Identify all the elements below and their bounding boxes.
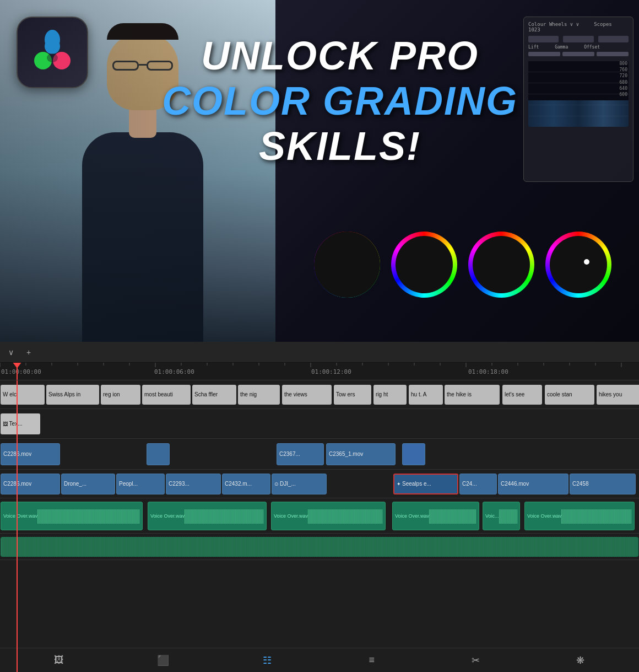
track-video3-content: C2286.mov Drone_... Peopl... C2293... C2… <box>0 470 639 498</box>
track-text: W elc Swiss Alps in reg ion most beauti … <box>0 380 639 409</box>
clip-right[interactable]: rig ht <box>373 385 407 405</box>
timeline-section: ∨ + 01:00:00:00 01:00:06:00 01:00:12:00 … <box>0 342 639 672</box>
clip-towers[interactable]: Tow ers <box>334 385 371 405</box>
track-video1-content: 🖼 Tex... <box>0 409 639 439</box>
btn-color[interactable]: ✂ <box>467 652 485 669</box>
clip-c2432[interactable]: C2432.m... <box>222 474 270 494</box>
audio-clip-1[interactable]: Voice Over.wav <box>1 502 143 530</box>
clip-main-c2286[interactable]: C2286.mov <box>1 474 60 494</box>
timeline-toolbar: ∨ + <box>0 342 639 363</box>
track-audio1: Voice Over.wav Voice Over.wav Voice Over… <box>0 498 639 534</box>
clip-small2[interactable] <box>402 443 425 465</box>
color-wheel-2 <box>391 232 457 298</box>
btn-media[interactable]: 🖼 <box>50 652 68 669</box>
clip-c2365[interactable]: C2365_1.mov <box>326 443 396 465</box>
davinci-logo <box>17 17 88 88</box>
timecode-start: 01:00:00:00 <box>1 368 41 375</box>
audio-clip-2[interactable]: Voice Over.wav <box>148 502 267 530</box>
time-ruler: 01:00:00:00 01:00:06:00 01:00:12:00 01:0… <box>0 363 639 380</box>
color-wheel-4 <box>545 232 611 298</box>
clip-region[interactable]: reg ion <box>101 385 140 405</box>
clip-tex[interactable]: 🖼 Tex... <box>1 413 40 434</box>
btn-edit[interactable]: ☷ <box>258 652 276 669</box>
clip-the-views[interactable]: the views <box>282 385 332 405</box>
btn-cut[interactable]: ⬛ <box>154 652 172 669</box>
clip-c2293[interactable]: C2293... <box>166 474 221 494</box>
track-audio2 <box>0 534 639 560</box>
track-video3-main: 🔗 C2286.mov Drone_... Peopl... C2293... … <box>0 470 639 498</box>
clip-people[interactable]: Peopl... <box>116 474 165 494</box>
timecode-t1: 01:00:06:00 <box>154 368 194 375</box>
audio2-clip[interactable] <box>1 537 638 557</box>
bottom-toolbar: 🖼 ⬛ ☷ ≡ ✂ ❋ <box>0 648 639 672</box>
clip-c2446[interactable]: C2446.mov <box>498 474 568 494</box>
track-audio1-content: Voice Over.wav Voice Over.wav Voice Over… <box>0 498 639 534</box>
clip-c2286-v2[interactable]: C2286.mov <box>1 443 60 465</box>
clip-the-nig[interactable]: the nig <box>238 385 280 405</box>
title-line2: COLOR GRADING <box>162 78 518 123</box>
track-text-content: W elc Swiss Alps in reg ion most beauti … <box>0 380 639 409</box>
color-wheel-3 <box>468 232 534 298</box>
timecode-t3: 01:00:18:00 <box>468 368 508 375</box>
track-video2: ⊕ C2286.mov C2367... C2365_1.mov <box>0 439 639 470</box>
clip-coole-stan[interactable]: coole stan <box>545 385 594 405</box>
track-video1: 🖼 Tex... <box>0 409 639 439</box>
clip-schaffler[interactable]: Scha ffler <box>192 385 236 405</box>
timecode-t2: 01:00:12:00 <box>311 368 351 375</box>
clip-welc[interactable]: W elc <box>1 385 45 405</box>
track-video2-content: C2286.mov C2367... C2365_1.mov <box>0 439 639 470</box>
clip-hut-a[interactable]: hu t. A <box>409 385 443 405</box>
clip-swiss-alps[interactable]: Swiss Alps in <box>46 385 99 405</box>
playhead[interactable] <box>17 363 18 380</box>
clip-c2458[interactable]: C2458 <box>570 474 636 494</box>
logo-inner <box>28 28 77 77</box>
audio-clip-3[interactable]: Voice Over.wav <box>271 502 386 530</box>
wheel1-inner <box>314 232 380 298</box>
clip-lets-see[interactable]: let's see <box>502 385 542 405</box>
tracks-container: W elc Swiss Alps in reg ion most beauti … <box>0 380 639 672</box>
clip-hikes-you[interactable]: hikes you <box>597 385 639 405</box>
clip-most-beauti[interactable]: most beauti <box>142 385 191 405</box>
svg-point-4 <box>47 53 58 62</box>
title-overlay: UNLOCK PRO COLOR GRADING SKILLS! <box>162 33 518 169</box>
collapse-button[interactable]: ∨ <box>4 346 18 359</box>
title-line1: UNLOCK PRO <box>162 33 518 78</box>
audio-clip-5[interactable]: Voic... <box>483 502 520 530</box>
svg-point-1 <box>45 39 60 54</box>
add-track-button[interactable]: + <box>22 346 35 359</box>
clip-dji[interactable]: ⊙DJI_... <box>272 474 327 494</box>
title-line3: SKILLS! <box>162 123 518 169</box>
clip-c24[interactable]: C24... <box>459 474 497 494</box>
btn-fusion[interactable]: ≡ <box>363 652 381 669</box>
btn-fairlight[interactable]: ❋ <box>571 652 589 669</box>
track-audio2-content <box>0 534 639 560</box>
audio-clip-6[interactable]: Voice Over.wav <box>524 502 635 530</box>
playhead-marker <box>12 363 22 368</box>
thumbnail-section: Colour Wheels ∨ ∨ Scopes 1023 Lift Gamma… <box>0 0 639 342</box>
clip-drone[interactable]: Drone_... <box>61 474 115 494</box>
color-wheel-1 <box>314 232 380 298</box>
clip-c2367[interactable]: C2367... <box>277 443 324 465</box>
clip-hike-is[interactable]: the hike is <box>445 385 500 405</box>
audio-clip-4[interactable]: Voice Over.wav <box>392 502 479 530</box>
clip-seealps[interactable]: ✦Seealps e... <box>393 474 458 494</box>
clip-small1[interactable] <box>147 443 170 465</box>
ui-panel: Colour Wheels ∨ ∨ Scopes 1023 Lift Gamma… <box>523 17 633 182</box>
